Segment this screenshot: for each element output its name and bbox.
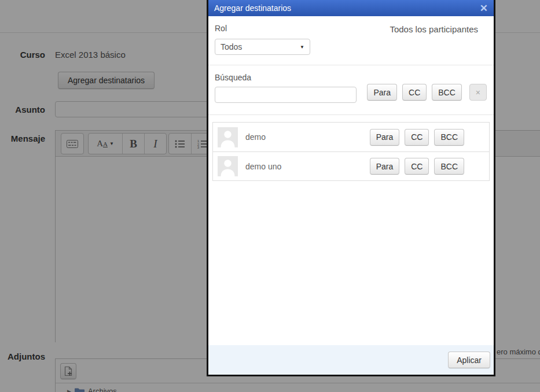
recipient-row: demo uno Para CC BCC: [213, 151, 489, 180]
recipients-list: demo Para CC BCC demo uno Para: [212, 122, 490, 181]
rol-select-value: Todos: [221, 42, 242, 51]
para-all-button[interactable]: Para: [367, 84, 397, 101]
recipient-name: demo: [245, 132, 266, 142]
rol-select[interactable]: Todos ▼: [215, 39, 310, 55]
clear-all-button[interactable]: ×: [469, 84, 487, 101]
select-caret-icon: ▼: [300, 45, 304, 50]
search-input[interactable]: [215, 87, 357, 103]
bulk-actions: Para CC BCC ×: [367, 84, 487, 101]
avatar: [218, 127, 238, 147]
cc-button[interactable]: CC: [405, 129, 429, 146]
avatar: [218, 156, 238, 176]
close-icon[interactable]: ✕: [480, 3, 488, 13]
bcc-all-button[interactable]: BCC: [432, 84, 462, 101]
aplicar-button[interactable]: Aplicar: [448, 352, 490, 368]
dialog-footer: Aplicar: [208, 345, 494, 375]
cc-all-button[interactable]: CC: [402, 84, 427, 101]
dialog-titlebar[interactable]: Agregar destinatarios ✕: [208, 0, 494, 16]
recipient-row: demo Para CC BCC: [213, 123, 489, 151]
search-section: Búsqueda Para CC BCC ×: [208, 65, 494, 115]
dialog-title: Agregar destinatarios: [214, 3, 480, 13]
recipients-section: demo Para CC BCC demo uno Para: [208, 115, 494, 345]
recipient-actions: Para CC BCC: [370, 129, 464, 146]
para-button[interactable]: Para: [370, 158, 400, 175]
agregar-destinatarios-dialog: Agregar destinatarios ✕ Rol Todos los pa…: [207, 0, 495, 376]
para-button[interactable]: Para: [370, 129, 400, 146]
busqueda-label: Búsqueda: [215, 73, 487, 82]
bcc-button[interactable]: BCC: [434, 129, 464, 146]
bcc-button[interactable]: BCC: [434, 158, 464, 175]
recipient-name: demo uno: [245, 162, 281, 171]
cc-button[interactable]: CC: [405, 158, 429, 175]
rol-section: Rol Todos los participantes Todos ▼: [208, 16, 494, 65]
recipient-actions: Para CC BCC: [370, 158, 464, 175]
participants-count-text: Todos los participantes: [390, 24, 478, 34]
